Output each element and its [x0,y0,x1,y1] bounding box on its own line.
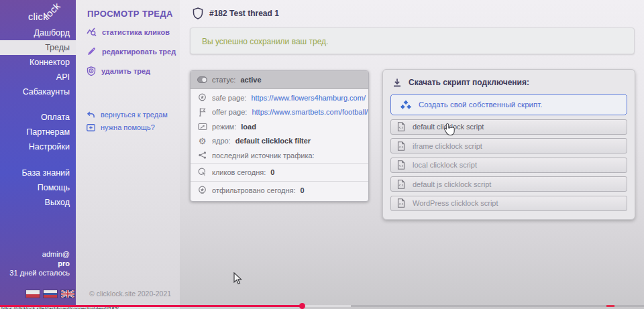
stats-icon [87,27,97,37]
sidebar-item-threads[interactable]: Треды [0,40,76,55]
sidebar-item-knowledge-base[interactable]: База знаний [0,166,76,180]
scripts-panel-title: Скачать скрипт подключения: [409,78,529,87]
iframe-clicklock-script-button[interactable]: iframe clicklock script [390,138,627,153]
toggle-on-icon[interactable] [197,76,207,83]
last-traffic-source-label: последний источник трафика: [212,151,315,160]
default-clicklock-script-label: default clicklock script [413,123,484,131]
flag-russia-icon[interactable] [44,290,57,298]
last-traffic-source-row: последний источник трафика: [191,148,368,163]
flag-poland-icon[interactable] [26,290,40,298]
download-icon [392,78,402,87]
local-clicklock-script-button[interactable]: local clicklock script [390,158,627,173]
success-alert: Вы успешно сохранили ваш тред. [190,27,635,54]
create-custom-script-button[interactable]: Создать свой собственный скрипт. [390,94,627,115]
video-progress-knob[interactable] [299,303,305,309]
click-stats-label: статистика кликов [102,28,170,36]
mode-value: load [241,123,256,131]
status-card: статус: active safe page: https://www.fl… [190,70,369,202]
back-to-threads-label: вернуться к тредам [101,111,168,119]
offer-page-row: offer page: https://www.smartbets.com/fo… [191,105,368,120]
thread-menu-panel: ПРОСМОТР ТРЕДА статистика кликов [76,0,180,309]
status-card-body: safe page: https://www.flowers4hamburg.c… [191,89,368,201]
status-header-row: статус: active [191,71,368,89]
account-plan: pro [9,259,70,268]
sidebar-item-payment[interactable]: Оплата [0,110,76,125]
local-clicklock-script-label: local clicklock script [413,161,477,169]
need-help-label: нужна помощь? [101,123,155,131]
delete-thread-label: удалить тред [101,67,150,75]
gear-icon: ⚙ [197,137,207,145]
default-js-clicklock-script-label: default js clicklock script [413,180,491,188]
clicks-today-label: кликов сегодня: [212,168,266,176]
file-code-icon [397,141,405,151]
clicklock-logo[interactable]: click lock [19,3,72,28]
core-label: ядро: [212,137,231,145]
sidebar-item-help[interactable]: Помощь [0,180,76,195]
filtered-today-row: отфильтровано сегодня: 0 [191,182,368,199]
sidebar-item-dashboard[interactable]: Дашборд [0,25,76,40]
download-scripts-panel: Скачать скрипт подключения: Создать свой… [382,69,635,220]
sidebar-item-logout[interactable]: Выход [0,195,76,210]
back-to-threads-link[interactable]: вернуться к тредам [87,110,168,119]
core-row: ⚙ ядро: default clicklock filter [191,134,368,149]
sidebar-item-partners[interactable]: Партнерам [0,125,76,139]
help-plus-icon [87,124,95,131]
offer-page-label: offer page: [212,108,247,116]
clicks-today-value: 0 [270,168,274,176]
share-icon [197,151,207,160]
clicks-icon [197,168,207,176]
clicks-today-row: кликов сегодня: 0 [191,164,368,181]
mode-row: режим: load [191,119,368,134]
status-label: статус: [212,76,235,84]
click-stats-action[interactable]: статистика кликов [87,25,176,38]
video-progress-fill [0,305,303,307]
wordpress-clicklock-script-button[interactable]: WordPress clicklock script [390,196,627,211]
sidebar-item-connector[interactable]: Коннектор [0,55,76,70]
thread-menu-title: ПРОСМОТР ТРЕДА [87,9,173,19]
sidebar-item-api[interactable]: API [0,70,76,84]
language-flags [26,290,74,298]
shield-star-icon [197,93,207,102]
core-value: default clicklock filter [235,137,311,145]
edit-thread-action[interactable]: редактировать тред [87,45,176,58]
safe-page-label: safe page: [212,94,246,102]
page-title: #182 Test thread 1 [209,9,279,18]
main-content: #182 Test thread 1 Вы успешно сохранили … [180,0,644,309]
file-code-icon [397,180,405,189]
pencil-icon [87,46,97,56]
delete-thread-action[interactable]: удалить тред [87,64,176,77]
shield-x-icon [87,66,96,76]
sidebar-item-settings[interactable]: Настройки [0,139,76,154]
filtered-shield-star-icon [197,186,207,194]
iframe-clicklock-script-label: iframe clicklock script [413,142,482,150]
mode-redirect-icon [197,123,207,131]
account-email: admin@ [9,249,70,259]
safe-page-row: safe page: https://www.flowers4hamburg.c… [191,90,368,105]
file-code-icon [397,198,405,208]
safe-page-link[interactable]: https://www.flowers4hamburg.com/ [251,94,366,102]
flag-uk-icon[interactable] [61,290,74,298]
cubes-icon [399,99,413,111]
filtered-today-label: отфильтровано сегодня: [212,186,296,194]
video-progress-marker [606,305,614,307]
thread-actions: статистика кликов редактировать тред [87,25,176,77]
shield-icon [193,7,203,19]
edit-thread-label: редактировать тред [102,48,176,56]
sidebar-nav: Дашборд Треды Коннектор API Сабакаунты О… [0,25,76,210]
thread-links: вернуться к тредам нужна помощь? [87,110,168,132]
sidebar-item-subaccounts[interactable]: Сабакаунты [0,84,76,99]
mode-label: режим: [212,123,236,131]
default-clicklock-script-button[interactable]: default clicklock script [390,119,627,135]
default-js-clicklock-script-button[interactable]: default js clicklock script [390,176,627,192]
sidebar: click lock Дашборд Треды Коннектор API С… [0,0,76,309]
clicklock-app: click lock Дашборд Треды Коннектор API С… [0,0,644,309]
thread-header: #182 Test thread 1 [193,7,279,19]
copyright-text: © clicklock.site 2020-2021 [89,290,171,298]
file-code-icon [397,122,405,131]
video-progress-buffer [303,305,351,307]
status-value: active [240,76,261,84]
need-help-link[interactable]: нужна помощь? [87,123,168,132]
offer-page-link[interactable]: https://www.smartbets.com/football/tea..… [252,108,368,116]
video-progress-bar[interactable] [0,305,644,307]
scripts-panel-header: Скачать скрипт подключения: [390,76,627,87]
